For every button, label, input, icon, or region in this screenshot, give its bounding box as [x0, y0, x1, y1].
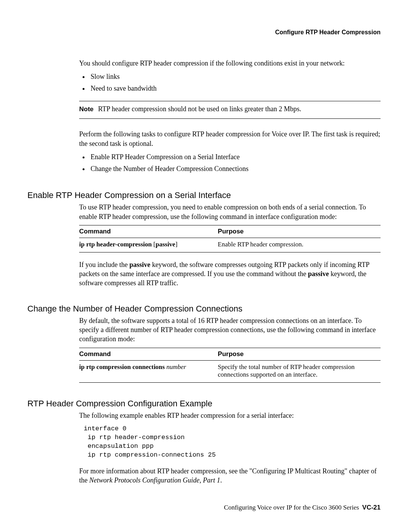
tasks-bullet-list: Enable RTP Header Compression on a Seria… — [79, 151, 381, 174]
table-row: ip rtp header-compression [passive] Enab… — [79, 238, 381, 252]
purpose-cell: Specify the total number of RTP header c… — [218, 360, 381, 382]
command-table-2: Command Purpose ip rtp compression conne… — [79, 348, 381, 383]
table-header-command: Command — [79, 348, 218, 360]
document-page: Configure RTP Header Compression You sho… — [0, 0, 411, 532]
page-footer: Configuring Voice over IP for the Cisco … — [224, 504, 381, 511]
body-text: If you include the — [79, 261, 129, 268]
note-label: Note — [79, 105, 94, 113]
section1-body: To use RTP header compression, you need … — [79, 203, 381, 221]
section3-body1: The following example enables RTP header… — [79, 411, 381, 420]
running-header: Configure RTP Header Compression — [30, 29, 381, 36]
body-column: You should configure RTP header compress… — [79, 59, 381, 174]
section3-body2: For more information about RTP header co… — [79, 466, 381, 485]
command-table-1: Command Purpose ip rtp header-compressio… — [79, 225, 381, 252]
tasks-paragraph: Perform the following tasks to configure… — [79, 129, 381, 148]
list-item: Need to save bandwidth — [89, 83, 381, 94]
footer-title: Configuring Voice over IP for the Cisco … — [224, 504, 359, 511]
command-text: ] — [175, 241, 178, 248]
section-heading-change-connections: Change the Number of Header Compression … — [27, 304, 381, 314]
list-item: Enable RTP Header Compression on a Seria… — [89, 151, 381, 163]
command-argument: number — [165, 363, 186, 371]
section-heading-example: RTP Header Compression Configuration Exa… — [27, 399, 381, 409]
inline-keyword: passive — [129, 261, 150, 268]
intro-paragraph: You should configure RTP header compress… — [79, 59, 381, 68]
note-block: Note RTP header compression should not b… — [79, 101, 381, 119]
table-header-purpose: Purpose — [218, 348, 381, 360]
section2-body: By default, the software supports a tota… — [79, 316, 381, 344]
command-keyword: ip rtp compression connections — [79, 363, 165, 371]
command-text: [ — [152, 241, 156, 248]
purpose-cell: Enable RTP header compression. — [218, 238, 381, 252]
note-text: RTP header compression should not be use… — [98, 105, 301, 113]
command-cell: ip rtp header-compression [passive] — [79, 238, 218, 252]
body-text: . — [220, 476, 222, 484]
table-header-purpose: Purpose — [218, 225, 381, 238]
table-row: ip rtp compression connections number Sp… — [79, 360, 381, 382]
table-header-command: Command — [79, 225, 218, 238]
footer-page-number: VC-21 — [362, 504, 381, 511]
inline-keyword: passive — [308, 270, 329, 278]
list-item: Slow links — [89, 71, 381, 83]
command-cell: ip rtp compression connections number — [79, 360, 218, 382]
book-title: Network Protocols Configuration Guide, P… — [89, 476, 220, 484]
section1-body2: If you include the passive keyword, the … — [79, 260, 381, 288]
intro-bullet-list: Slow links Need to save bandwidth — [79, 71, 381, 94]
list-item: Change the Number of Header Compression … — [89, 163, 381, 175]
command-option: passive — [156, 241, 175, 248]
command-keyword: ip rtp header-compression — [79, 241, 152, 248]
section-heading-enable-compression: Enable RTP Header Compression on a Seria… — [27, 190, 381, 200]
code-block: interface 0 ip rtp header-compression en… — [84, 425, 381, 460]
